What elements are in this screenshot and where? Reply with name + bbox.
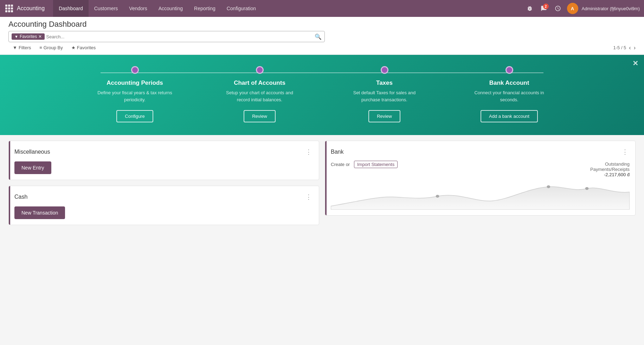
step-btn-3[interactable]: Review [368, 110, 400, 122]
step-title-3: Taxes [376, 79, 393, 87]
step-desc-1: Define your fiscal years & tax returns p… [96, 89, 174, 103]
page-title: Accounting Dashboard [8, 20, 636, 29]
step-btn-4[interactable]: Add a bank account [481, 110, 538, 122]
groupby-icon: ≡ [39, 45, 42, 50]
mini-chart [331, 181, 630, 210]
menu-configuration[interactable]: Configuration [221, 0, 262, 17]
message-badge: 2 [543, 4, 549, 9]
step-title-1: Accounting Periods [107, 79, 163, 87]
banner-close-btn[interactable]: ✕ [632, 59, 638, 68]
import-statements-link[interactable]: Import Statements [354, 161, 398, 168]
step-dot-3 [381, 66, 388, 74]
card-left-bar-cash [9, 186, 10, 225]
menu-dashboard[interactable]: Dashboard [53, 0, 89, 17]
messages-icon-btn[interactable]: 2 [537, 2, 550, 15]
step-dot-2 [256, 66, 264, 74]
menu-customers[interactable]: Customers [89, 0, 124, 17]
prev-page-btn[interactable]: ‹ [629, 45, 631, 51]
step-dot-1 [131, 66, 139, 74]
cash-card-header: Cash ⋮ [14, 192, 313, 202]
chart-point-1 [547, 185, 550, 188]
pagination-info: 1-5 / 5 ‹ › [613, 45, 636, 51]
onboarding-step-4: Bank Account Connect your financial acco… [447, 66, 572, 122]
search-icon[interactable]: 🔍 [315, 33, 322, 40]
favorites-button[interactable]: ★ Favorites [67, 44, 100, 52]
filter-tag-close[interactable]: ✕ [38, 34, 42, 39]
misc-card-menu-btn[interactable]: ⋮ [304, 147, 313, 157]
bank-outstanding: Outstanding Payments/Receipts -2,217,600… [590, 161, 630, 177]
right-column: Bank ⋮ Create or Import Statements Outst… [325, 141, 636, 225]
chart-point-3 [585, 187, 589, 190]
topnav-right: 2 A Administrator (fj6nyue0vi9m) [523, 2, 640, 15]
outstanding-label: Outstanding [590, 161, 630, 167]
outstanding-label2: Payments/Receipts [590, 167, 630, 172]
dashboard-body: Miscellaneous ⋮ New Entry Cash ⋮ New Tra… [0, 135, 644, 231]
grid-icon[interactable] [4, 4, 14, 13]
top-nav: Accounting Dashboard Customers Vendors A… [0, 0, 644, 17]
misc-card-header: Miscellaneous ⋮ [14, 147, 313, 157]
filter-funnel-icon: ▼ [13, 45, 17, 50]
top-menu: Dashboard Customers Vendors Accounting R… [53, 0, 523, 17]
filters-button[interactable]: ▼ Filters [8, 44, 35, 52]
groupby-button[interactable]: ≡ Group By [35, 44, 67, 52]
step-btn-1[interactable]: Configure [116, 110, 153, 122]
step-title-2: Chart of Accounts [234, 79, 285, 87]
cash-card-menu-btn[interactable]: ⋮ [304, 192, 313, 202]
onboarding-step-1: Accounting Periods Define your fiscal ye… [72, 66, 197, 122]
card-left-bar-misc [9, 141, 10, 180]
chart-point-2 [436, 195, 439, 198]
search-input[interactable] [46, 34, 313, 39]
filter-tag-label: Favorites [20, 34, 37, 39]
cash-card-title: Cash [14, 194, 27, 200]
bank-info-row: Create or Import Statements Outstanding … [331, 161, 630, 177]
menu-accounting[interactable]: Accounting [153, 0, 188, 17]
card-left-bar-bank [325, 141, 327, 215]
debug-icon-btn[interactable] [523, 2, 536, 15]
menu-vendors[interactable]: Vendors [123, 0, 153, 17]
step-dot-4 [505, 66, 513, 74]
next-page-btn[interactable]: › [634, 45, 636, 51]
step-desc-3: Set default Taxes for sales and purchase… [346, 89, 423, 103]
new-transaction-button[interactable]: New Transaction [14, 206, 65, 219]
pagination-text: 1-5 / 5 [613, 45, 626, 50]
miscellaneous-card: Miscellaneous ⋮ New Entry [8, 141, 319, 180]
menu-reporting[interactable]: Reporting [188, 0, 221, 17]
filter-row: ▼ Filters ≡ Group By ★ Favorites 1-5 / 5… [8, 42, 636, 52]
bank-create-import: Create or Import Statements [331, 161, 398, 167]
bank-card-menu-btn[interactable]: ⋮ [620, 147, 630, 157]
bank-card-header: Bank ⋮ [331, 147, 630, 157]
cash-card: Cash ⋮ New Transaction [8, 186, 319, 225]
star-icon: ★ [71, 45, 76, 50]
bank-create-text: Create or [331, 162, 350, 167]
avatar[interactable]: A [567, 3, 578, 14]
left-column: Miscellaneous ⋮ New Entry Cash ⋮ New Tra… [8, 141, 319, 225]
misc-card-title: Miscellaneous [14, 149, 50, 155]
onboarding-track: Accounting Periods Define your fiscal ye… [58, 66, 586, 122]
search-box: ▼ Favorites ✕ 🔍 [8, 31, 325, 42]
step-btn-2[interactable]: Review [244, 110, 276, 122]
onboarding-step-3: Taxes Set default Taxes for sales and pu… [322, 66, 447, 122]
search-bar-row: ▼ Favorites ✕ 🔍 [8, 31, 636, 42]
onboarding-step-2: Chart of Accounts Setup your chart of ac… [197, 66, 322, 122]
step-title-4: Bank Account [489, 79, 529, 87]
step-desc-4: Connect your financial accounts in secon… [471, 89, 548, 103]
funnel-icon: ▼ [14, 34, 18, 39]
new-entry-button[interactable]: New Entry [14, 161, 51, 174]
favorites-filter-tag[interactable]: ▼ Favorites ✕ [12, 33, 45, 40]
user-name[interactable]: Administrator (fj6nyue0vi9m) [582, 6, 640, 11]
bank-card: Bank ⋮ Create or Import Statements Outst… [325, 141, 636, 216]
outstanding-value: -2,217,600 đ [590, 172, 630, 177]
clock-icon-btn[interactable] [552, 2, 564, 15]
bank-card-title: Bank [331, 149, 343, 155]
brand-title: Accounting [17, 5, 45, 12]
onboarding-banner: ✕ Accounting Periods Define your fiscal … [0, 55, 644, 135]
step-desc-2: Setup your chart of accounts and record … [221, 89, 298, 103]
bank-chart-svg [331, 181, 630, 210]
subheader: Accounting Dashboard ▼ Favorites ✕ 🔍 ▼ F… [0, 17, 644, 55]
